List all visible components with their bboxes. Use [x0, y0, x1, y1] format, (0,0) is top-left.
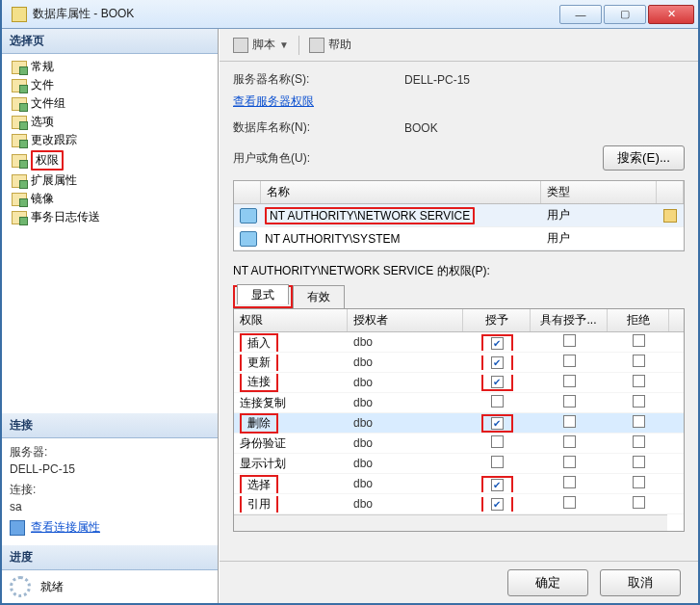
- script-button[interactable]: 脚本 ▼: [229, 35, 293, 55]
- col-grant-header[interactable]: 授予: [463, 309, 531, 331]
- user-name: NT AUTHORITY\NETWORK SERVICE: [263, 206, 541, 225]
- edit-icon[interactable]: [663, 209, 677, 223]
- perm-grantor-cell: dbo: [348, 335, 463, 349]
- perm-row[interactable]: 连接dbo: [234, 373, 684, 393]
- view-connection-link[interactable]: 查看连接属性: [10, 519, 210, 536]
- page-item[interactable]: 更改跟踪: [10, 131, 214, 149]
- view-server-permissions-link[interactable]: 查看服务器权限: [233, 94, 314, 108]
- page-item[interactable]: 文件: [10, 76, 214, 94]
- progress-status: 就绪: [40, 579, 64, 595]
- checkbox[interactable]: [491, 479, 504, 491]
- checkbox[interactable]: [633, 334, 645, 347]
- page-item[interactable]: 扩展属性: [10, 171, 214, 190]
- users-label: 用户或角色(U):: [233, 150, 397, 167]
- checkbox[interactable]: [563, 456, 576, 468]
- db-name-row: 数据库名称(N): BOOK: [233, 119, 685, 136]
- dialog-body: 选择页 常规文件文件组选项更改跟踪权限扩展属性镜像事务日志传送 连接 服务器: …: [2, 29, 698, 603]
- close-button[interactable]: ✕: [648, 5, 694, 24]
- checkbox[interactable]: [563, 415, 576, 428]
- maximize-button[interactable]: ▢: [604, 5, 646, 24]
- checkbox[interactable]: [491, 395, 504, 408]
- search-button[interactable]: 搜索(E)...: [603, 145, 685, 171]
- col-name-header[interactable]: 名称: [261, 181, 541, 203]
- checkbox[interactable]: [563, 395, 576, 408]
- checkbox[interactable]: [563, 355, 576, 367]
- perm-row[interactable]: 删除dbo: [234, 413, 684, 434]
- cancel-button[interactable]: 取消: [600, 569, 681, 596]
- checkbox[interactable]: [633, 456, 645, 468]
- tab-explicit[interactable]: 显式: [237, 284, 289, 304]
- col-perm-header[interactable]: 权限: [234, 309, 348, 331]
- main-panel: 脚本 ▼ 帮助 服务器名称(S): DELL-PC-15 查看服务器权限: [219, 29, 698, 603]
- page-item[interactable]: 常规: [10, 58, 214, 76]
- checkbox[interactable]: [491, 356, 504, 369]
- db-name-label: 数据库名称(N):: [233, 119, 397, 136]
- checkbox[interactable]: [633, 415, 645, 428]
- checkbox[interactable]: [491, 498, 504, 511]
- help-button[interactable]: 帮助: [305, 35, 355, 55]
- page-item[interactable]: 镜像: [10, 190, 214, 208]
- server-value: DELL-PC-15: [10, 460, 210, 482]
- perm-row[interactable]: 更新dbo: [234, 353, 684, 373]
- checkbox[interactable]: [563, 334, 576, 347]
- checkbox[interactable]: [633, 435, 645, 448]
- perm-deny-cell: [608, 435, 669, 451]
- perm-row[interactable]: 插入dbo: [234, 332, 684, 353]
- server-name-row: 服务器名称(S): DELL-PC-15: [233, 71, 685, 88]
- col-grantor-header[interactable]: 授权者: [348, 309, 463, 331]
- perm-grantor-cell: dbo: [348, 477, 463, 490]
- perm-name-cell: 连接: [234, 374, 348, 392]
- progress-header: 进度: [2, 545, 218, 570]
- perm-deny-cell: [608, 395, 669, 410]
- perm-row[interactable]: 显示计划dbo: [234, 454, 684, 474]
- checkbox[interactable]: [491, 435, 504, 448]
- perm-row[interactable]: 身份验证dbo: [234, 434, 684, 454]
- user-row[interactable]: NT AUTHORITY\SYSTEM用户: [234, 227, 684, 250]
- toolbar: 脚本 ▼ 帮助: [220, 29, 698, 62]
- checkbox[interactable]: [491, 337, 504, 350]
- col-deny-header[interactable]: 拒绝: [608, 309, 669, 331]
- perm-row[interactable]: 连接复制dbo: [234, 393, 684, 413]
- script-icon: [233, 38, 248, 53]
- page-item[interactable]: 选项: [10, 113, 214, 131]
- perm-row[interactable]: 选择dbo: [234, 474, 684, 494]
- checkbox[interactable]: [563, 375, 576, 387]
- checkbox[interactable]: [491, 456, 504, 468]
- checkbox[interactable]: [491, 417, 504, 430]
- checkbox[interactable]: [633, 375, 645, 387]
- perm-deny-cell: [608, 355, 669, 370]
- users-row: 用户或角色(U): 搜索(E)...: [233, 145, 685, 171]
- perm-row[interactable]: 引用dbo: [234, 494, 684, 514]
- page-icon: [12, 211, 27, 224]
- checkbox[interactable]: [491, 376, 504, 388]
- col-withgrant-header[interactable]: 具有授予...: [531, 309, 608, 331]
- window-icon: [12, 7, 27, 22]
- checkbox[interactable]: [633, 355, 645, 367]
- help-icon: [309, 38, 324, 53]
- user-edit-cell: [657, 209, 684, 223]
- dialog-window: 数据库属性 - BOOK — ▢ ✕ 选择页 常规文件文件组选项更改跟踪权限扩展…: [0, 0, 700, 605]
- page-item[interactable]: 事务日志传送: [10, 208, 214, 226]
- tab-effective[interactable]: 有效: [293, 285, 345, 308]
- minimize-button[interactable]: —: [559, 5, 602, 24]
- ok-button[interactable]: 确定: [507, 569, 588, 596]
- checkbox[interactable]: [563, 476, 576, 488]
- dialog-footer: 确定 取消: [220, 561, 698, 603]
- checkbox[interactable]: [633, 496, 645, 509]
- perm-deny-cell: [608, 334, 669, 350]
- checkbox[interactable]: [633, 476, 645, 488]
- checkbox[interactable]: [563, 435, 576, 448]
- perm-name-cell: 插入: [234, 333, 348, 352]
- users-grid-body: NT AUTHORITY\NETWORK SERVICE用户NT AUTHORI…: [234, 204, 684, 250]
- checkbox[interactable]: [633, 395, 645, 408]
- perm-withgrant-cell: [531, 395, 608, 410]
- perm-grid-body[interactable]: 插入dbo更新dbo连接dbo连接复制dbo删除dbo身份验证dbo显示计划db…: [234, 332, 684, 532]
- horizontal-scrollbar[interactable]: [234, 514, 667, 531]
- conn-value: sa: [10, 498, 210, 519]
- col-type-header[interactable]: 类型: [541, 181, 657, 203]
- checkbox[interactable]: [563, 496, 576, 509]
- page-item[interactable]: 文件组: [10, 94, 214, 113]
- perm-deny-cell: [608, 496, 669, 512]
- page-item[interactable]: 权限: [10, 149, 214, 171]
- user-row[interactable]: NT AUTHORITY\NETWORK SERVICE用户: [234, 204, 684, 227]
